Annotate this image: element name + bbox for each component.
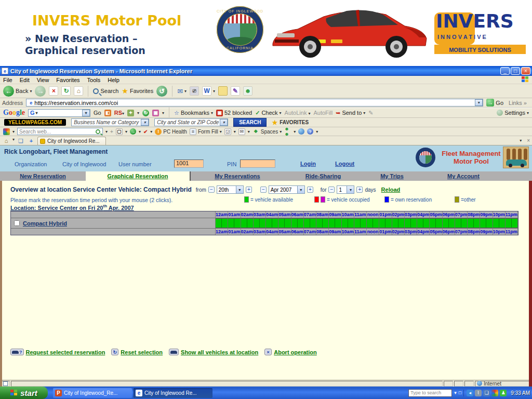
slot-half[interactable]: [405, 219, 411, 228]
tray-network-icon[interactable]: ♟: [500, 390, 507, 396]
slot-half[interactable]: [468, 219, 474, 228]
pin-field[interactable]: [240, 159, 275, 168]
nav-tab-my-trips[interactable]: My Trips: [362, 171, 422, 181]
notes-button[interactable]: [218, 86, 228, 96]
google-dice-icon[interactable]: ◧: [104, 110, 111, 116]
slot-half[interactable]: [486, 219, 492, 228]
slot-half[interactable]: [241, 219, 247, 228]
favorites-button[interactable]: ★ Favorites: [122, 87, 153, 95]
slot-half[interactable]: [499, 219, 505, 228]
msn-feed-icon[interactable]: ◲: [224, 128, 231, 135]
slot-08am[interactable]: [316, 218, 329, 228]
nav-tab-ride-sharing[interactable]: Ride-Sharing: [284, 171, 362, 181]
days-select[interactable]: 1 ▾: [337, 185, 354, 194]
google-highlight-dropdown-icon[interactable]: ▾: [137, 111, 139, 115]
slot-half[interactable]: [373, 219, 379, 228]
tray-hide-icons-chevron[interactable]: ◂: [467, 390, 473, 396]
google-autolink-button[interactable]: AutoLink ▾: [285, 110, 311, 116]
slot-01am[interactable]: [228, 218, 241, 228]
nav-tab-graphical-reservation[interactable]: Graphical Reservation: [86, 171, 191, 181]
slot-11pm[interactable]: [506, 218, 518, 228]
logout-link[interactable]: Logout: [335, 161, 354, 167]
research-button[interactable]: ✎: [231, 86, 240, 96]
print-button[interactable]: ⎚: [190, 86, 199, 96]
msn-go-icon[interactable]: →: [130, 128, 136, 135]
slot-half[interactable]: [379, 219, 385, 228]
nav-tab-my-reservations[interactable]: My Reservations: [191, 171, 284, 181]
yp-city-input[interactable]: City and State or ZIP Code ▾: [154, 118, 228, 126]
links-button[interactable]: Links »: [509, 100, 527, 106]
slot-07am[interactable]: [304, 218, 316, 228]
slot-10pm[interactable]: [493, 218, 506, 228]
slot-11am[interactable]: [354, 218, 367, 228]
search-button[interactable]: Search: [93, 88, 118, 94]
address-input[interactable]: e https://reservation.invers.com/coi ▾: [26, 99, 483, 107]
google-spellcheck-button[interactable]: ✓ Check ▾: [255, 110, 281, 116]
google-settings-button[interactable]: Settings ▾: [497, 110, 529, 116]
google-autofill-button[interactable]: AutoFill: [313, 110, 332, 116]
slot-half[interactable]: [449, 219, 455, 228]
google-bookmarks-button[interactable]: ☆ Bookmarks ▾: [174, 110, 213, 116]
msn-help-icon[interactable]: ?: [307, 128, 313, 135]
slot-half[interactable]: [316, 219, 323, 228]
vehicle-link[interactable]: Compact Hybrid: [23, 220, 67, 227]
slot-07pm[interactable]: [455, 218, 468, 228]
slot-09am[interactable]: [329, 218, 341, 228]
taskbar-task[interactable]: PCity of Inglewood_Re...: [53, 388, 132, 398]
msn-plus-icon[interactable]: +: [110, 129, 113, 135]
slot-half[interactable]: [506, 219, 512, 228]
slot-half[interactable]: [278, 219, 285, 228]
msn-pc-health-button[interactable]: ! PC Health: [155, 128, 187, 135]
slot-half[interactable]: [480, 219, 486, 228]
yp-search-button[interactable]: SEARCH: [233, 118, 267, 127]
slot-half[interactable]: [222, 219, 228, 228]
slot-09pm[interactable]: [480, 218, 493, 228]
google-highlight-icon[interactable]: ✦: [127, 110, 134, 116]
slot-half[interactable]: [304, 219, 310, 228]
tray-mouse-icon[interactable]: ⌇: [475, 390, 482, 396]
login-link[interactable]: Login: [300, 161, 316, 167]
msn-logo-icon[interactable]: [3, 128, 10, 135]
refresh-button[interactable]: ↻: [61, 86, 71, 96]
taskbar-search-window-icon[interactable]: □: [459, 390, 461, 395]
slot-half[interactable]: [417, 219, 423, 228]
minimize-button[interactable]: _: [500, 67, 510, 75]
yp-business-input[interactable]: Business Name or Category ▾: [71, 118, 149, 126]
close-button[interactable]: ×: [521, 67, 530, 75]
slot-half[interactable]: [285, 219, 290, 228]
slot-05am[interactable]: [278, 218, 291, 228]
google-photos-dropdown-icon[interactable]: ▾: [162, 111, 164, 115]
vehicle-checkbox[interactable]: [14, 220, 20, 226]
msn-form-fill-button[interactable]: ≡ Form Fill ▾: [190, 128, 222, 135]
slot-half[interactable]: [247, 219, 253, 228]
slot-noon[interactable]: [367, 218, 379, 228]
google-search-input[interactable]: G ▾ ▾: [28, 109, 90, 117]
forward-button[interactable]: →: [35, 86, 46, 97]
taskbar-search-dropdown-icon[interactable]: ▾: [454, 390, 457, 395]
msn-messenger-icon[interactable]: [298, 128, 304, 135]
slot-05pm[interactable]: [430, 218, 442, 228]
tab-close-icon[interactable]: ×: [527, 138, 530, 143]
tray-display-icon[interactable]: ❏: [483, 390, 490, 396]
stop-button[interactable]: ×: [49, 86, 58, 96]
yp-city-dropdown-icon[interactable]: ▾: [220, 119, 228, 126]
slot-02pm[interactable]: [392, 218, 405, 228]
slot-half[interactable]: [461, 219, 467, 228]
day-select[interactable]: 20th ▾: [217, 185, 244, 194]
google-pagerank-button[interactable]: RS▾: [114, 110, 124, 116]
slot-half[interactable]: [234, 219, 240, 228]
slot-half[interactable]: [348, 219, 354, 228]
menu-favorites[interactable]: Favorites: [56, 77, 79, 83]
msn-window-icon[interactable]: ▢: [116, 128, 123, 135]
tabbar-window-icon[interactable]: ❏: [17, 137, 25, 144]
slot-08pm[interactable]: [468, 218, 480, 228]
slot-12am[interactable]: [216, 218, 228, 228]
slot-06pm[interactable]: [443, 218, 455, 228]
days-select-arrow-icon[interactable]: ▾: [347, 186, 354, 193]
menu-file[interactable]: File: [3, 77, 12, 83]
slot-half[interactable]: [361, 219, 366, 228]
address-dropdown-icon[interactable]: ▾: [475, 99, 483, 106]
edit-dropdown-icon[interactable]: ▾: [213, 89, 215, 94]
slot-02am[interactable]: [241, 218, 254, 228]
slot-half[interactable]: [512, 219, 517, 228]
